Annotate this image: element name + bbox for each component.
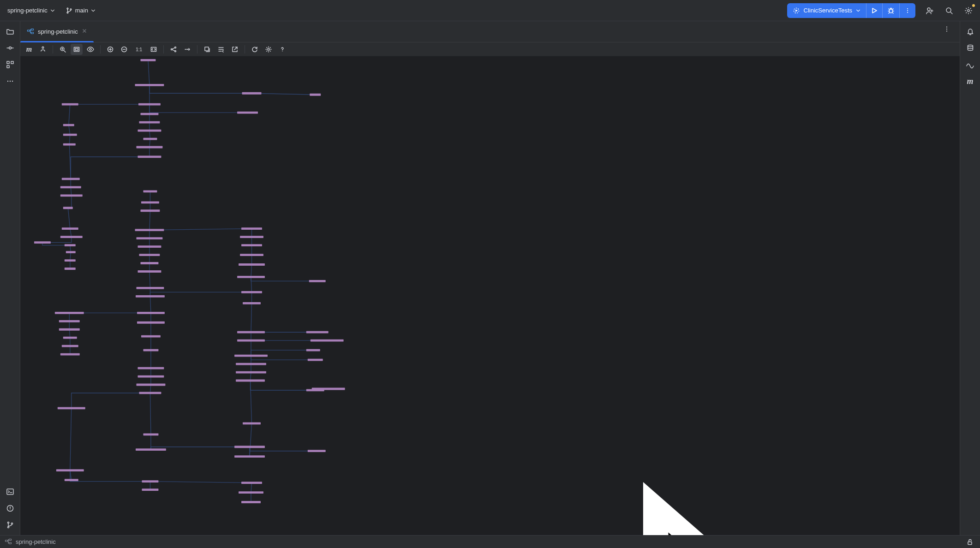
run-widget: ClinicServiceTests bbox=[787, 3, 915, 18]
status-bar: spring-petclinic bbox=[0, 535, 980, 548]
run-more-button[interactable] bbox=[899, 3, 915, 18]
svg-point-29 bbox=[946, 26, 947, 27]
more-horizontal-icon bbox=[6, 77, 14, 85]
maven-diagram-icon bbox=[5, 538, 12, 546]
help-icon bbox=[279, 46, 286, 53]
folder-icon bbox=[6, 27, 14, 36]
tw-maven-button[interactable]: m bbox=[963, 74, 978, 89]
database-icon bbox=[966, 44, 974, 52]
tab-spring-petclinic-diagram[interactable]: spring-petclinic bbox=[20, 21, 94, 42]
svg-rect-64 bbox=[60, 186, 81, 188]
maven-m-icon: m bbox=[967, 77, 973, 85]
statusbar-breadcrumb[interactable]: spring-petclinic bbox=[16, 538, 56, 545]
code-with-me-button[interactable] bbox=[922, 3, 938, 18]
diagram-canvas[interactable] bbox=[20, 56, 960, 535]
dt-maven-button[interactable]: m bbox=[23, 44, 35, 55]
svg-rect-112 bbox=[138, 367, 164, 369]
right-toolwindow-stripe: m bbox=[960, 21, 980, 535]
svg-rect-65 bbox=[143, 190, 157, 192]
svg-rect-129 bbox=[142, 480, 158, 482]
lock-open-icon bbox=[966, 538, 974, 546]
svg-rect-71 bbox=[62, 227, 78, 230]
svg-rect-35 bbox=[75, 48, 78, 50]
ide-settings-button[interactable] bbox=[961, 3, 976, 18]
svg-rect-52 bbox=[138, 103, 161, 106]
search-everywhere-button[interactable] bbox=[941, 3, 957, 18]
svg-rect-126 bbox=[234, 455, 265, 458]
tw-git-button[interactable] bbox=[3, 518, 18, 532]
svg-rect-14 bbox=[7, 61, 9, 64]
dt-key-concepts-button[interactable] bbox=[37, 44, 49, 55]
tw-project-button[interactable] bbox=[3, 24, 18, 39]
svg-rect-72 bbox=[135, 229, 164, 231]
svg-rect-107 bbox=[143, 349, 158, 351]
debug-button[interactable] bbox=[882, 3, 899, 18]
svg-rect-48 bbox=[135, 84, 164, 86]
tw-terminal-button[interactable] bbox=[3, 484, 18, 499]
svg-rect-98 bbox=[137, 322, 165, 324]
chevron-down-icon bbox=[50, 8, 55, 13]
dt-zoom-1-1-button[interactable]: 1:1 bbox=[132, 44, 146, 55]
dt-route-button[interactable] bbox=[167, 44, 179, 55]
dt-collapse-button[interactable] bbox=[215, 44, 227, 55]
tw-structure-button[interactable] bbox=[3, 57, 18, 72]
dt-open-new-button[interactable] bbox=[229, 44, 241, 55]
svg-rect-84 bbox=[140, 262, 158, 264]
svg-rect-81 bbox=[240, 254, 263, 256]
dt-layers-button[interactable] bbox=[201, 44, 213, 55]
svg-point-12 bbox=[968, 9, 970, 12]
refresh-icon bbox=[251, 46, 258, 53]
tw-more-button[interactable] bbox=[3, 74, 18, 89]
svg-rect-58 bbox=[63, 134, 77, 136]
svg-rect-138 bbox=[968, 542, 972, 544]
svg-point-19 bbox=[12, 81, 12, 82]
tw-problems-button[interactable] bbox=[3, 501, 18, 516]
structure-icon bbox=[6, 60, 14, 69]
project-selector[interactable]: spring-petclinic bbox=[4, 5, 59, 16]
tab-close-button[interactable] bbox=[82, 28, 87, 35]
svg-rect-132 bbox=[239, 491, 263, 494]
dt-snap-button[interactable] bbox=[181, 44, 193, 55]
svg-point-17 bbox=[7, 81, 8, 82]
svg-rect-131 bbox=[142, 488, 158, 491]
dt-fit-content-button[interactable] bbox=[148, 44, 160, 55]
dt-zoom-in-mag-button[interactable] bbox=[57, 44, 69, 55]
run-target-icon bbox=[793, 7, 800, 14]
svg-point-18 bbox=[9, 81, 10, 82]
svg-rect-101 bbox=[237, 331, 265, 334]
svg-rect-68 bbox=[140, 209, 160, 212]
run-config-selector[interactable]: ClinicServiceTests bbox=[787, 3, 866, 18]
editor-more-button[interactable] bbox=[943, 25, 956, 38]
diagram-svg bbox=[20, 56, 960, 535]
bug-icon bbox=[887, 7, 895, 14]
svg-point-8 bbox=[907, 10, 908, 11]
tw-commit-button[interactable] bbox=[3, 41, 18, 55]
tw-database-button[interactable] bbox=[963, 41, 978, 55]
hierarchy-person-icon bbox=[39, 46, 47, 53]
snap-icon bbox=[184, 46, 191, 53]
dt-zoom-in-button[interactable] bbox=[104, 44, 116, 55]
dt-settings-button[interactable] bbox=[263, 44, 275, 55]
branch-selector[interactable]: main bbox=[62, 5, 99, 16]
tw-notifications-button[interactable] bbox=[963, 24, 978, 39]
left-toolwindow-stripe bbox=[0, 21, 20, 535]
run-button[interactable] bbox=[866, 3, 882, 18]
dt-eye-button[interactable] bbox=[84, 44, 96, 55]
svg-rect-109 bbox=[234, 355, 268, 357]
tw-coverage-button[interactable] bbox=[963, 57, 978, 72]
svg-point-134 bbox=[968, 45, 973, 47]
dt-zoom-out-button[interactable] bbox=[118, 44, 130, 55]
dt-help-button[interactable] bbox=[276, 44, 288, 55]
svg-rect-20 bbox=[7, 489, 13, 494]
svg-rect-74 bbox=[137, 237, 163, 239]
svg-rect-102 bbox=[141, 335, 161, 338]
svg-rect-127 bbox=[56, 469, 84, 471]
svg-rect-116 bbox=[137, 384, 166, 386]
svg-rect-34 bbox=[74, 47, 79, 51]
svg-rect-125 bbox=[136, 448, 166, 451]
dt-fit-button[interactable] bbox=[71, 44, 83, 55]
statusbar-locks-button[interactable] bbox=[964, 536, 975, 548]
svg-rect-82 bbox=[66, 251, 76, 253]
svg-rect-123 bbox=[234, 446, 265, 448]
dt-refresh-button[interactable] bbox=[249, 44, 261, 55]
